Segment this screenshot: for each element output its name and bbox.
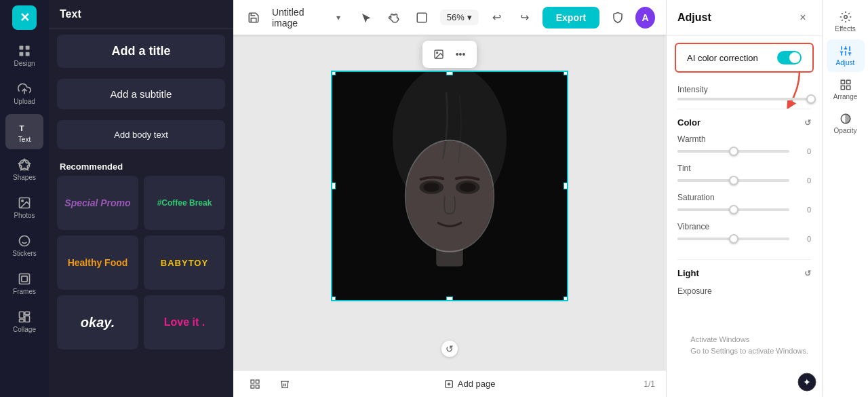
svg-point-21 (437, 52, 438, 53)
svg-rect-50 (841, 80, 844, 83)
text-sample-loveit[interactable]: Love it . (144, 295, 225, 349)
sidebar-item-collage[interactable]: Collage (5, 304, 43, 339)
canvas-area: Untitled image ▾ 56% ▾ ↩ ↪ Export A Page… (233, 0, 666, 397)
portrait-background (332, 72, 567, 300)
right-tools-panel: Effects Adjust Arrange Opacity (822, 0, 868, 397)
svg-point-29 (460, 183, 476, 192)
arrange-tool[interactable]: Arrange (827, 73, 865, 106)
tint-thumb[interactable] (729, 176, 738, 185)
sidebar-item-frames[interactable]: Frames (5, 266, 43, 301)
tint-slider-container: 0 (677, 176, 811, 185)
tint-row: Tint 0 (677, 164, 811, 185)
opacity-tool[interactable]: Opacity (827, 107, 865, 140)
text-sample-babytoy[interactable]: BABYTOY (144, 235, 225, 290)
resize-handle-tr[interactable] (564, 71, 568, 75)
resize-handle-bl[interactable] (331, 297, 336, 301)
frame-icon[interactable] (412, 7, 432, 29)
resize-handle-tm[interactable] (446, 71, 453, 75)
delete-icon[interactable] (274, 373, 296, 395)
sidebar-item-photos[interactable]: Photos (5, 190, 43, 225)
tint-slider[interactable] (677, 179, 789, 182)
add-title-button[interactable]: Add a title (57, 35, 225, 68)
redo-button[interactable]: ↪ (515, 7, 534, 29)
svg-rect-52 (841, 86, 844, 90)
color-label: Color (677, 117, 701, 128)
text-sample-healthy-food[interactable]: Healthy Food (57, 235, 138, 290)
undo-button[interactable]: ↩ (487, 7, 507, 29)
sidebar-item-text[interactable]: T Text (5, 114, 43, 149)
cursor-tool-icon[interactable] (357, 7, 376, 29)
pan-tool-icon[interactable] (384, 7, 404, 29)
sidebar-item-design[interactable]: Design (5, 38, 43, 73)
resize-handle-br[interactable] (564, 297, 568, 301)
ai-chat-icon[interactable]: ✦ (797, 373, 816, 392)
title-dropdown-icon[interactable]: ▾ (336, 13, 340, 22)
text-sample-okay[interactable]: okay. (57, 295, 138, 349)
image-icon[interactable] (429, 45, 448, 64)
zoom-control[interactable]: 56% ▾ (440, 10, 479, 25)
sidebar-item-upload[interactable]: Upload (5, 76, 43, 111)
exposure-label: Exposure (677, 286, 811, 296)
resize-handle-tl[interactable] (331, 71, 336, 75)
doc-title: Untitled image (272, 7, 327, 29)
section-divider-2 (677, 259, 811, 260)
text-sample-special-promo[interactable]: Special Promo (57, 176, 138, 230)
bottom-center: Add page (444, 379, 496, 389)
light-label: Light (677, 268, 699, 278)
sample-okay-text: okay. (81, 315, 115, 330)
ai-correction-toggle[interactable] (777, 51, 802, 64)
resize-handle-bm[interactable] (446, 297, 453, 301)
sidebar-item-shapes[interactable]: Shapes (5, 152, 43, 187)
more-options-icon[interactable]: ••• (451, 45, 470, 64)
saturation-thumb[interactable] (729, 205, 738, 214)
light-section-header: Light ↺ (667, 263, 822, 281)
close-adjust-button[interactable]: × (795, 10, 811, 26)
effects-tool[interactable]: Effects (827, 5, 865, 38)
user-avatar[interactable]: A (635, 7, 655, 29)
light-reset-icon[interactable]: ↺ (804, 269, 811, 278)
sidebar-item-text-label: Text (18, 136, 31, 143)
intensity-slider-track[interactable] (677, 98, 811, 100)
vibrance-slider[interactable] (677, 238, 789, 240)
app-logo[interactable]: ✕ (12, 5, 37, 30)
rotate-handle[interactable]: ↺ (441, 341, 458, 357)
section-divider-1 (677, 109, 811, 109)
warmth-thumb[interactable] (729, 147, 738, 156)
color-section-title: Color ↺ (677, 117, 811, 128)
warmth-slider[interactable] (677, 150, 789, 153)
add-body-button[interactable]: Add body text (57, 120, 225, 149)
export-button[interactable]: Export (542, 7, 599, 29)
adjust-tool[interactable]: Adjust (827, 39, 865, 72)
activate-line1: Activate Windows (690, 334, 808, 345)
sidebar-item-stickers[interactable]: Stickers (5, 228, 43, 263)
resize-handle-ml[interactable] (331, 183, 336, 189)
text-sample-coffee-break[interactable]: #Coffee Break (144, 176, 225, 230)
svg-rect-15 (20, 312, 24, 318)
sidebar-item-photos-label: Photos (14, 212, 35, 219)
canvas-bottom-bar: Add page 1/1 (233, 370, 666, 397)
add-subtitle-button[interactable]: Add a subtitle (57, 79, 225, 109)
adjust-header: Adjust × (667, 0, 822, 36)
svg-rect-3 (26, 52, 30, 56)
add-page-button[interactable]: Add page (444, 379, 496, 389)
sidebar-item-stickers-label: Stickers (12, 250, 37, 257)
resize-handle-mr[interactable] (564, 183, 568, 189)
saturation-slider[interactable] (677, 208, 789, 211)
svg-point-25 (406, 140, 493, 250)
canvas-toolbar: Untitled image ▾ 56% ▾ ↩ ↪ Export A (233, 0, 666, 35)
warmth-label: Warmth (677, 134, 811, 144)
color-reset-icon[interactable]: ↺ (804, 118, 811, 128)
svg-rect-14 (22, 276, 27, 282)
vibrance-thumb[interactable] (729, 234, 738, 244)
svg-rect-1 (26, 46, 30, 50)
adjust-title: Adjust (677, 12, 711, 24)
svg-rect-31 (251, 380, 254, 383)
grid-view-icon[interactable] (244, 373, 266, 395)
arrange-label: Arrange (833, 93, 858, 100)
intensity-slider-thumb[interactable] (806, 94, 816, 104)
shield-icon[interactable] (608, 7, 627, 29)
canvas-content[interactable]: Page 1 ••• (233, 35, 666, 370)
tint-label: Tint (677, 164, 811, 173)
save-icon[interactable] (244, 7, 264, 29)
svg-rect-51 (846, 80, 850, 83)
